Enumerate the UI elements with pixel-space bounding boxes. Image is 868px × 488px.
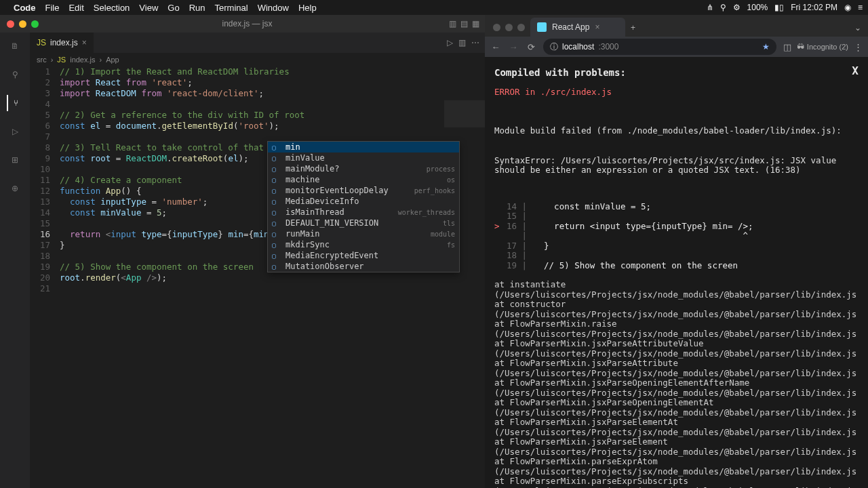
browser-tab-title: React App xyxy=(552,22,589,32)
autocomplete-item[interactable]: ▢MediaEncryptedEvent xyxy=(268,250,459,261)
vscode-window-title: index.js — jsx xyxy=(45,19,449,28)
autocomplete-item[interactable]: ▢isMainThreadworker_threads xyxy=(268,207,459,218)
close-icon[interactable]: × xyxy=(595,22,599,32)
tab-list-button[interactable]: ⌄ xyxy=(848,23,868,37)
stack-line: at FlowParserMixin.raise xyxy=(494,319,859,329)
code-line[interactable]: 1// 1) Import the React and ReactDOM lib… xyxy=(30,66,485,77)
menubar-item[interactable]: Edit xyxy=(68,3,83,13)
source-control-icon[interactable]: ⑂ xyxy=(7,95,23,111)
autocomplete-item[interactable]: ▢monitorEventLoopDelayperf_hooks xyxy=(268,185,459,196)
close-icon[interactable]: × xyxy=(82,38,87,47)
window-minimize-button[interactable] xyxy=(505,24,513,31)
back-button[interactable]: ← xyxy=(490,42,501,52)
incognito-badge[interactable]: 🕶 Incognito (2) xyxy=(797,43,848,51)
menubar-item[interactable]: Run xyxy=(189,3,205,13)
remote-icon[interactable]: ⊕ xyxy=(7,180,23,197)
layout-panel-icon[interactable]: ▥ xyxy=(449,19,456,28)
wifi-icon[interactable]: ⋔ xyxy=(707,3,713,12)
autocomplete-item[interactable]: ▢min xyxy=(268,142,459,152)
menu-icon[interactable]: ⋮ xyxy=(854,42,863,52)
run-debug-icon[interactable]: ▷ xyxy=(7,123,23,140)
stack-line: (/Users/luiscortes/Projects/jsx/node_mod… xyxy=(494,408,859,418)
browser-tab[interactable]: React App × xyxy=(530,18,625,37)
menubar-item[interactable]: Terminal xyxy=(215,3,248,13)
breadcrumb-segment[interactable]: index.js xyxy=(70,56,95,64)
editor-tabs: JS index.js × ▷ ▥ ⋯ xyxy=(30,33,485,53)
error-title: Compiled with problems: xyxy=(494,68,859,78)
breadcrumb[interactable]: src› JS index.js› App xyxy=(30,53,485,66)
breadcrumb-segment[interactable]: src xyxy=(37,56,47,64)
window-minimize-button[interactable] xyxy=(19,20,26,28)
menubar-item[interactable]: File xyxy=(45,3,60,13)
more-icon[interactable]: ⋯ xyxy=(471,38,479,47)
autocomplete-item[interactable]: ▢MutationObserver xyxy=(268,261,459,272)
code-line[interactable]: 4 xyxy=(30,99,485,110)
stack-line: at FlowParserMixin.jsxParseAttributeValu… xyxy=(494,339,859,349)
code-line[interactable]: 21 xyxy=(30,283,485,294)
breadcrumb-segment[interactable]: App xyxy=(106,56,119,64)
activity-bar: 🗎 ⚲ ⑂ ▷ ⊞ ⊕ xyxy=(0,33,30,488)
extensions-icon[interactable]: ◫ xyxy=(783,42,791,52)
run-icon[interactable]: ▷ xyxy=(447,38,453,47)
window-close-button[interactable] xyxy=(7,20,14,28)
menubar-item[interactable]: Help xyxy=(298,3,317,13)
autocomplete-item[interactable]: ▢mkdirSyncfs xyxy=(268,239,459,250)
site-info-icon[interactable]: ⓘ xyxy=(550,41,558,53)
forward-button[interactable]: → xyxy=(508,42,519,52)
window-zoom-button[interactable] xyxy=(517,24,525,31)
window-zoom-button[interactable] xyxy=(31,20,39,28)
layout-right-icon[interactable]: ▦ xyxy=(472,19,479,28)
code-line[interactable]: 20root.render(<App />); xyxy=(30,272,485,283)
address-bar[interactable]: ⓘ localhost:3000 ★ xyxy=(543,39,776,55)
stack-line: at FlowParserMixin.jsxParseElementAt xyxy=(494,418,859,428)
editor-area: JS index.js × ▷ ▥ ⋯ src› JS index.js› Ap… xyxy=(30,33,485,488)
browser-tab-strip: React App × + ⌄ xyxy=(485,15,868,37)
error-heading: ERROR in ./src/index.js xyxy=(494,87,859,98)
reload-button[interactable]: ⟳ xyxy=(526,42,536,52)
js-file-icon: JS xyxy=(37,38,46,47)
stack-line: (/Users/luiscortes/Projects/jsx/node_mod… xyxy=(494,310,859,320)
react-favicon-icon xyxy=(537,22,547,32)
autocomplete-item[interactable]: ▢minValue xyxy=(268,152,459,163)
bookmark-icon[interactable]: ★ xyxy=(762,42,770,52)
autocomplete-item[interactable]: ▢machineos xyxy=(268,174,459,185)
autocomplete-item[interactable]: ▢DEFAULT_MIN_VERSIONtls xyxy=(268,218,459,228)
menubar-item[interactable]: View xyxy=(139,3,158,13)
battery-status: 100% xyxy=(747,3,768,12)
code-line[interactable]: 5// 2) Get a reference to the div with I… xyxy=(30,110,485,121)
menubar-item[interactable]: Selection xyxy=(94,3,130,13)
browser-toolbar: ← → ⟳ ⓘ localhost:3000 ★ ◫ 🕶 Incognito (… xyxy=(485,37,868,57)
clock[interactable]: Fri 12:02 PM xyxy=(791,3,837,12)
close-icon[interactable]: X xyxy=(852,66,859,77)
user-icon[interactable]: ◉ xyxy=(844,3,851,12)
code-line[interactable]: 6const el = document.getElementById('roo… xyxy=(30,121,485,131)
error-stack-trace: at instantiate(/Users/luiscortes/Project… xyxy=(494,280,859,488)
menubar-item[interactable]: Go xyxy=(167,3,179,13)
layout-sidebar-icon[interactable]: ▤ xyxy=(460,19,468,28)
code-line[interactable]: 2import React from 'react'; xyxy=(30,77,485,88)
window-close-button[interactable] xyxy=(493,24,500,31)
menubar-item[interactable]: Window xyxy=(258,3,289,13)
error-message-1: Module build failed (from ./node_modules… xyxy=(494,126,859,136)
editor-tab[interactable]: JS index.js × xyxy=(30,33,94,53)
menubar-app-name[interactable]: Code xyxy=(14,3,36,13)
autocomplete-item[interactable]: ▢runMainmodule xyxy=(268,228,459,239)
extensions-icon[interactable]: ⊞ xyxy=(7,152,23,168)
autocomplete-item[interactable]: ▢MediaDeviceInfo xyxy=(268,196,459,207)
code-editor[interactable]: 1// 1) Import the React and ReactDOM lib… xyxy=(30,66,485,488)
spotlight-icon[interactable]: ⚲ xyxy=(720,3,726,12)
search-icon[interactable]: ⚲ xyxy=(7,66,23,83)
explorer-icon[interactable]: 🗎 xyxy=(7,38,23,54)
minimap[interactable] xyxy=(444,100,485,127)
new-tab-button[interactable]: + xyxy=(625,23,641,37)
code-line[interactable]: 3import ReactDOM from 'react-dom/client'… xyxy=(30,88,485,99)
split-editor-icon[interactable]: ▥ xyxy=(458,38,466,47)
stack-line: at instantiate xyxy=(494,280,859,290)
stack-line: (/Users/luiscortes/Projects/jsx/node_mod… xyxy=(494,349,859,359)
control-center-icon[interactable]: ⚙ xyxy=(733,3,741,12)
autocomplete-item[interactable]: ▢mainModule?process xyxy=(268,163,459,174)
siri-icon[interactable]: ≡ xyxy=(858,3,863,12)
autocomplete-popup[interactable]: ▢min▢minValue▢mainModule?process▢machine… xyxy=(267,141,460,272)
vscode-window: index.js — jsx ▥ ▤ ▦ 🗎 ⚲ ⑂ ▷ ⊞ ⊕ JS in xyxy=(0,15,485,488)
stack-line: (/Users/luiscortes/Projects/jsx/node_mod… xyxy=(494,467,859,477)
